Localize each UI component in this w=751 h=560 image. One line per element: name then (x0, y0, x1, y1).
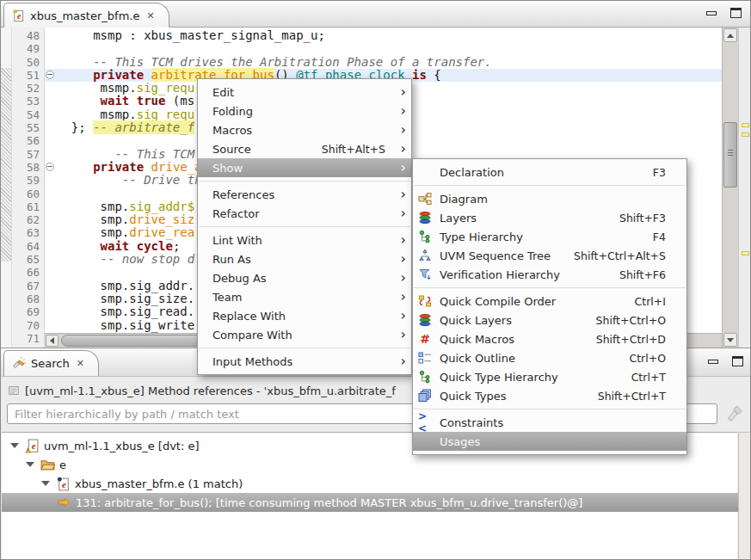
menu-item-label: Lint With (212, 234, 385, 247)
menu-item-edit[interactable]: Edit› (198, 83, 411, 102)
search-tab-close-icon[interactable]: ✕ (77, 358, 84, 369)
ide-window: e xbus_master_bfm.e ✕ 484950515253545556… (0, 0, 751, 560)
menu-item-label: Folding (212, 105, 385, 118)
editor-vertical-scrollbar[interactable] (722, 28, 738, 348)
menu-item-source[interactable]: SourceShift+Alt+S› (198, 139, 411, 158)
match-arrow-icon (57, 495, 71, 510)
expander-icon[interactable] (41, 481, 50, 486)
no-icon (418, 165, 432, 179)
menu-item-label: Source (212, 143, 322, 156)
submenu-arrow-icon: › (396, 329, 406, 340)
annotation-ruler[interactable] (1, 28, 12, 348)
scroll-down-icon[interactable] (723, 333, 737, 347)
menu-separator (199, 181, 410, 182)
menu-item-label: Run As (212, 253, 385, 266)
menu-item-declaration[interactable]: DeclarationF3 (413, 163, 686, 182)
menu-item-compare-with[interactable]: Compare With› (198, 325, 411, 344)
menu-item-input-methods[interactable]: Input Methods› (198, 352, 411, 371)
line-number-gutter[interactable]: 4849505152535455565758596061626364656667… (12, 28, 45, 348)
submenu-arrow-icon: › (396, 125, 406, 135)
line-number: 67 (12, 280, 44, 292)
line-number: 63 (12, 226, 44, 239)
menu-item-label: Team (212, 291, 385, 304)
layers-icon (418, 211, 432, 225)
menu-item-quick-type-hierarchy[interactable]: Quick Type HierarchyCtrl+T (413, 367, 686, 386)
menu-item-uvm-sequence-tree[interactable]: UVM Sequence TreeShift+Ctrl+Alt+S (413, 246, 686, 265)
menu-item-label: UVM Sequence Tree (440, 249, 574, 262)
type-hierarchy-icon (418, 230, 432, 243)
line-number: 61 (12, 200, 44, 213)
menu-item-folding[interactable]: Folding› (198, 102, 411, 120)
menu-item-verification-hierarchy[interactable]: Verification HierarchyShift+F6 (413, 265, 686, 284)
menu-item-diagram[interactable]: Diagram (413, 189, 686, 208)
fold-minus-icon[interactable] (46, 71, 54, 79)
editor-tab-close-icon[interactable]: ✕ (146, 10, 154, 22)
menu-item-label: Type Hierarchy (440, 231, 653, 243)
submenu-arrow-icon: › (396, 292, 406, 302)
search-tab[interactable]: Search ✕ (3, 350, 99, 376)
overview-ruler[interactable] (738, 28, 751, 348)
menu-item-macros[interactable]: Macros› (198, 120, 411, 139)
line-number: 62 (12, 213, 44, 226)
scroll-up-icon[interactable] (723, 28, 737, 42)
menu-separator (414, 409, 686, 409)
tree-row-e[interactable]: e (26, 455, 66, 474)
search-flashlight-icon (12, 357, 26, 371)
menu-item-team[interactable]: Team› (198, 287, 411, 306)
folder-icon (40, 458, 55, 472)
code-line-49[interactable] (45, 42, 722, 55)
menu-item-shortcut: F3 (653, 166, 666, 179)
search-minimize-icon[interactable] (708, 360, 718, 364)
menu-item-references[interactable]: References› (198, 185, 411, 204)
menu-item-layers[interactable]: LayersShift+F3 (413, 208, 686, 227)
tree-row-131-arbitrate-for-bus[interactable]: 131: arbitrate_for_bus(); [time consumin… (2, 493, 751, 512)
code-line-48[interactable]: msmp : xbus_master_signal_map_u; (45, 29, 722, 42)
menu-item-quick-outline[interactable]: Quick OutlineCtrl+O (413, 348, 686, 367)
menu-item-run-as[interactable]: Run As› (198, 249, 411, 268)
clear-filter-icon[interactable] (726, 405, 743, 422)
tree-row-xbus-master-bfm-e-1-m[interactable]: exbus_master_bfm.e (1 match) (41, 474, 243, 493)
menu-item-quick-types[interactable]: Quick TypesShift+Ctrl+T (413, 386, 686, 405)
menu-separator (199, 226, 410, 227)
menu-item-label: Compare With (212, 329, 385, 342)
fold-minus-icon[interactable] (46, 163, 54, 171)
expander-icon[interactable] (10, 443, 19, 448)
expander-icon[interactable] (26, 462, 34, 467)
menu-item-lint-with[interactable]: Lint With› (198, 231, 411, 249)
menu-item-constraints[interactable]: ><Constraints (413, 413, 686, 432)
range-indicator (1, 68, 11, 262)
minimize-icon[interactable] (706, 11, 717, 15)
menu-item-label: Quick Types (440, 390, 598, 403)
efile-icon: e (56, 477, 71, 491)
occurrence-marker[interactable] (742, 251, 749, 255)
menu-item-show[interactable]: Show› (198, 158, 411, 177)
search-tab-title: Search (31, 357, 70, 370)
menu-item-shortcut: Ctrl+T (631, 371, 666, 384)
occurrence-marker[interactable] (742, 123, 749, 127)
menu-item-quick-macros[interactable]: #Quick MacrosShift+Ctrl+D (413, 329, 686, 348)
menu-item-shortcut: Shift+F3 (619, 212, 666, 225)
uvm-sequence-tree-icon (418, 249, 432, 262)
e-file-icon: e (12, 9, 25, 22)
vertical-scroll-thumb[interactable] (723, 122, 737, 188)
menu-item-debug-as[interactable]: Debug As› (198, 268, 411, 287)
occurrence-marker[interactable] (742, 132, 749, 137)
scroll-left-icon[interactable] (46, 335, 58, 347)
tree-scrollbar[interactable] (738, 432, 751, 560)
menu-item-quick-compile-order[interactable]: Quick Compile OrderCtrl+I (413, 292, 686, 311)
code-line-50[interactable]: -- This TCM drives the Arbitration Phase… (45, 56, 722, 69)
menu-item-type-hierarchy[interactable]: Type HierarchyF4 (413, 227, 686, 246)
menu-item-refactor[interactable]: Refactor› (198, 204, 411, 223)
menu-item-quick-layers[interactable]: Quick LayersShift+Ctrl+O (413, 311, 686, 329)
search-maximize-icon[interactable] (732, 356, 743, 366)
line-number: 57 (12, 148, 44, 161)
menu-item-usages[interactable]: Usages (413, 432, 686, 451)
line-number: 71 (12, 332, 44, 345)
tree-row-uvm-ml-1-1-xbus-e-dvt[interactable]: euvm_ml-1.1_xbus_e [dvt: e] (10, 436, 200, 455)
menu-separator (414, 287, 686, 288)
quick-types-icon (418, 389, 432, 403)
line-number: 56 (12, 134, 44, 147)
menu-item-replace-with[interactable]: Replace With› (198, 306, 411, 325)
maximize-icon[interactable] (730, 8, 742, 18)
editor-tab[interactable]: e xbus_master_bfm.e ✕ (3, 3, 169, 28)
